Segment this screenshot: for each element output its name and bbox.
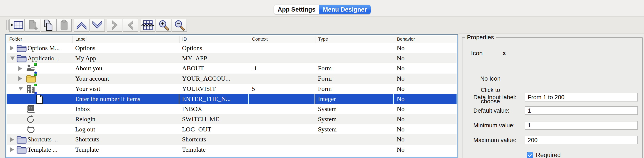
column-header-label[interactable]: Label <box>72 36 179 43</box>
chevron-left-icon <box>126 20 135 31</box>
zoom-out-button[interactable] <box>172 19 187 31</box>
properties-groupbox: Properties Icon x No Icon Click to choos… <box>462 37 643 158</box>
behavior-cell: No <box>394 84 456 94</box>
type-cell: Form <box>315 63 394 74</box>
collapse-arrow-icon[interactable] <box>10 56 15 60</box>
table-row-Template[interactable]: Template ...TemplateTemplateNo <box>6 145 456 155</box>
green-status-badge <box>34 63 36 65</box>
folder-name: Options M... <box>28 43 60 53</box>
insert-item-button[interactable] <box>9 19 24 31</box>
zoom-in-button[interactable] <box>156 19 171 31</box>
icon-clear-button[interactable]: x <box>502 49 506 57</box>
table-row-YOUR_ACCOU...[interactable]: Your accountYOUR_ACCOU...FormNo <box>6 74 456 84</box>
expand-arrow-icon[interactable] <box>18 66 22 71</box>
column-header-context[interactable]: Context <box>249 36 315 43</box>
table-rows: Options M...OptionsOptionsNo Applicatio.… <box>6 43 456 158</box>
required-label: Required <box>536 152 561 158</box>
folder-name: Shortcuts ... <box>28 134 58 145</box>
data-input-label-input[interactable] <box>525 93 638 102</box>
maximum-value-input[interactable] <box>525 136 638 144</box>
id-cell: SWITCH_ME <box>179 114 249 124</box>
behavior-cell: No <box>394 74 456 84</box>
folder-name: Template ... <box>28 145 58 155</box>
expand-arrow-icon[interactable] <box>10 46 14 50</box>
green-status-badge <box>34 84 36 86</box>
table-row-INBOX[interactable]: InboxINBOXSystemNo <box>6 104 456 114</box>
context-cell: -1 <box>249 63 315 74</box>
toolbar-drag-handle[interactable] <box>8 20 9 30</box>
expand-arrow-icon[interactable] <box>18 76 22 81</box>
paste-clipboard-icon <box>59 19 69 31</box>
id-cell: INBOX <box>179 104 249 114</box>
magnifier-plus-icon <box>158 19 169 31</box>
table-row-MY_APP[interactable]: Applicatio...My AppMY_APPNo <box>6 53 456 64</box>
id-cell: ENTER_THE_N... <box>178 94 249 104</box>
relogin-icon <box>26 114 36 124</box>
id-cell: YOURVISIT <box>179 84 249 94</box>
required-row: Required <box>527 152 561 158</box>
folder-blue-icon <box>16 43 27 53</box>
label-cell: Inbox <box>72 104 179 114</box>
behavior-cell: No <box>394 114 456 124</box>
paste-item-button <box>56 19 72 31</box>
label-cell: Shortcuts <box>72 134 179 145</box>
column-header-id[interactable]: ID <box>179 36 249 43</box>
label-cell: Your visit <box>72 84 179 94</box>
move-up-button[interactable] <box>74 19 89 31</box>
collapse-arrow-icon[interactable] <box>18 87 23 91</box>
table-row-Options[interactable]: Options M...OptionsOptionsNo <box>6 43 456 53</box>
folder-blue-icon <box>16 135 27 145</box>
label-cell: Template <box>72 145 179 155</box>
table-row-YOURVISIT[interactable]: Your visitYOURVISIT5FormNo <box>6 84 456 94</box>
folder-blue-icon <box>16 145 27 155</box>
label-cell: About you <box>72 63 179 74</box>
default-value-input[interactable] <box>525 106 638 115</box>
id-cell: LOG_OUT <box>179 124 249 135</box>
copy-pages-icon <box>43 19 54 31</box>
table-strike-icon <box>141 20 154 31</box>
expand-arrow-icon[interactable] <box>10 137 14 142</box>
column-header-folder[interactable]: Folder <box>6 36 72 43</box>
checkmark-icon <box>528 153 532 158</box>
folder-name: Applicatio... <box>28 53 59 64</box>
toolbar-drag-handle[interactable] <box>6 20 7 30</box>
type-cell: Form <box>315 84 394 94</box>
data-input-label-label: Data Input label: <box>473 93 516 102</box>
chevron-right-icon <box>110 20 120 31</box>
table-row-ABOUT[interactable]: About youABOUT-1FormNo <box>6 63 456 74</box>
behavior-cell: No <box>394 145 456 155</box>
icon-chooser[interactable]: No Icon Click to choose <box>466 73 514 107</box>
table-row-Shortcuts[interactable]: Shortcuts ...ShortcutsShortcutsNo <box>6 134 456 145</box>
column-header-type[interactable]: Type <box>315 36 394 43</box>
label-cell: Log out <box>72 124 179 135</box>
type-cell <box>315 43 394 53</box>
table-row-LOG_OUT[interactable]: Log outLOG_OUTSystemNo <box>6 124 456 135</box>
menu-designer-window: App Settings Menu Designer Fol <box>0 0 644 158</box>
delete-row-button[interactable] <box>140 19 156 31</box>
move-down-button[interactable] <box>90 19 105 31</box>
tab-menu-designer[interactable]: Menu Designer <box>319 5 371 14</box>
default-value-label: Default value: <box>473 106 510 115</box>
required-checkbox[interactable] <box>527 152 533 158</box>
column-header-behavior[interactable]: Behavior <box>394 36 456 43</box>
context-cell <box>249 124 315 135</box>
behavior-cell: No <box>394 53 456 64</box>
logout-icon <box>26 124 36 134</box>
copy-item-button[interactable] <box>41 19 56 31</box>
context-cell <box>249 145 315 155</box>
minimum-value-input[interactable] <box>525 121 638 130</box>
id-cell: Shortcuts <box>179 134 249 145</box>
buildings-icon <box>26 84 36 94</box>
type-cell: Form <box>315 74 394 84</box>
label-cell: Your account <box>72 74 179 84</box>
tab-app-settings[interactable]: App Settings <box>274 5 319 14</box>
folder-blue-icon <box>16 53 27 63</box>
properties-legend: Properties <box>465 34 496 41</box>
expand-arrow-icon[interactable] <box>10 147 14 152</box>
type-cell: System <box>315 124 394 135</box>
folder-yellow-icon <box>26 74 36 84</box>
table-row-ENTER_THE_N...[interactable]: Enter the number if itemsENTER_THE_N...I… <box>6 94 456 104</box>
chevron-up-icon <box>76 20 88 30</box>
table-row-SWITCH_ME[interactable]: ReloginSWITCH_MESystemNo <box>6 114 456 124</box>
insert-table-icon <box>11 20 24 30</box>
